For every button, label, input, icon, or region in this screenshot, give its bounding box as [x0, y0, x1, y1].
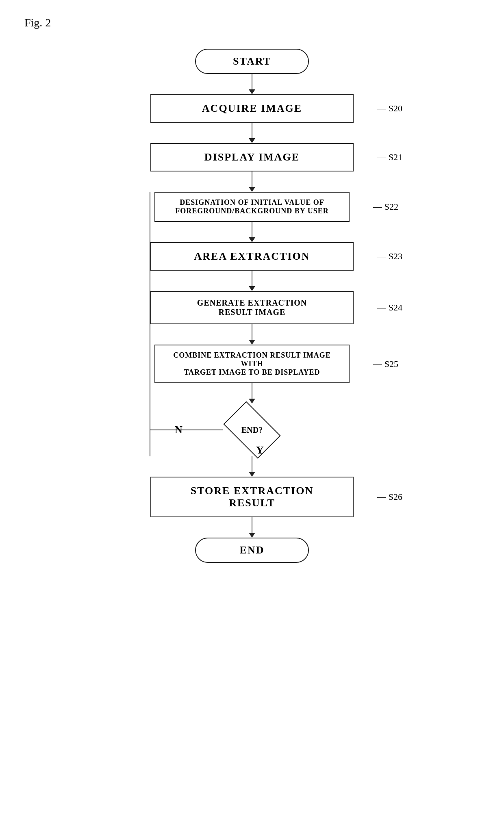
- arrow-head: [249, 472, 255, 477]
- diamond-section: N END? Y: [150, 404, 354, 456]
- arrow-3: [249, 171, 255, 192]
- arrow-line: [252, 456, 252, 472]
- start-shape: START: [195, 49, 309, 74]
- arrow-head: [249, 138, 255, 143]
- arrow-line: [252, 222, 252, 237]
- step-s26-row: STORE EXTRACTION RESULT — S26: [150, 477, 354, 517]
- loop-back-container: DESIGNATION OF INITIAL VALUE OF FOREGROU…: [118, 192, 386, 456]
- step-s21-row: DISPLAY IMAGE — S21: [150, 143, 354, 171]
- arrow-line: [252, 324, 252, 340]
- end-node: END: [195, 538, 309, 563]
- step-s22: DESIGNATION OF INITIAL VALUE OF FOREGROU…: [154, 192, 350, 222]
- arrow-head: [249, 237, 255, 242]
- arrow-line: [252, 517, 252, 533]
- arrow-head: [249, 286, 255, 291]
- diamond-wrapper: END?: [224, 410, 280, 450]
- diamond-text: END?: [241, 425, 263, 435]
- step-s25-row: COMBINE EXTRACTION RESULT IMAGE WITH TAR…: [154, 345, 350, 383]
- step-s22-row: DESIGNATION OF INITIAL VALUE OF FOREGROU…: [154, 192, 350, 222]
- flowchart: START ACQUIRE IMAGE — S20 DISPLAY IMAGE …: [24, 49, 480, 563]
- arrow-8: [249, 456, 255, 477]
- n-horizontal-line: [150, 430, 224, 430]
- step-s22-label: — S22: [373, 202, 398, 212]
- arrow-head: [249, 89, 255, 94]
- end-shape: END: [195, 538, 309, 563]
- arrow-head: [249, 533, 255, 538]
- step-s23-row: AREA EXTRACTION — S23: [150, 242, 354, 271]
- arrow-4: [249, 222, 255, 242]
- arrow-5: [249, 271, 255, 291]
- step-s24: GENERATE EXTRACTION RESULT IMAGE: [150, 291, 354, 324]
- arrow-line: [252, 171, 252, 187]
- step-s20-row: ACQUIRE IMAGE — S20: [150, 94, 354, 123]
- arrow-6: [249, 324, 255, 345]
- step-s26-label: — S26: [377, 492, 402, 502]
- step-s20: ACQUIRE IMAGE: [150, 94, 354, 123]
- step-s25-label: — S25: [373, 359, 398, 369]
- step-s25: COMBINE EXTRACTION RESULT IMAGE WITH TAR…: [154, 345, 350, 383]
- arrow-7: [249, 383, 255, 404]
- step-s20-label: — S20: [377, 103, 402, 114]
- arrow-head: [249, 399, 255, 404]
- step-s26: STORE EXTRACTION RESULT: [150, 477, 354, 517]
- arrow-line: [252, 383, 252, 399]
- arrow-line: [252, 74, 252, 89]
- start-node: START: [195, 49, 309, 74]
- loop-inner-content: DESIGNATION OF INITIAL VALUE OF FOREGROU…: [118, 192, 386, 456]
- arrow-1: [249, 74, 255, 94]
- arrow-head: [249, 187, 255, 192]
- step-s21-label: — S21: [377, 152, 402, 163]
- step-s24-row: GENERATE EXTRACTION RESULT IMAGE — S24: [150, 291, 354, 324]
- page: Fig. 2 START ACQUIRE IMAGE — S20 DISPLAY…: [0, 0, 504, 818]
- step-s21: DISPLAY IMAGE: [150, 143, 354, 171]
- arrow-line: [252, 271, 252, 286]
- step-s20-tick: —: [377, 103, 386, 114]
- fig-label: Fig. 2: [24, 16, 51, 29]
- arrow-2: [249, 123, 255, 143]
- arrow-head: [249, 340, 255, 345]
- step-s24-label: — S24: [377, 302, 402, 313]
- arrow-line: [252, 123, 252, 138]
- step-s23-label: — S23: [377, 251, 402, 262]
- y-label: Y: [256, 444, 264, 456]
- arrow-9: [249, 517, 255, 538]
- step-s23: AREA EXTRACTION: [150, 242, 354, 271]
- step-s21-tick: —: [377, 152, 386, 163]
